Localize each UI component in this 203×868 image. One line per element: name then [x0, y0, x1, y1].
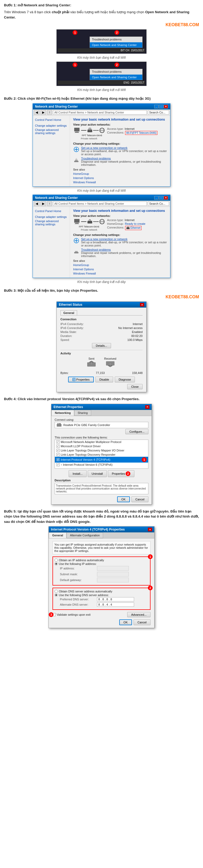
uninstall-btn[interactable]: Uninstall: [88, 470, 107, 477]
tab-general-ipv4[interactable]: General: [49, 532, 67, 538]
firewall-link-2[interactable]: Windows Firewall: [73, 271, 167, 276]
tab-alt-config[interactable]: Alternate Configuration: [67, 532, 103, 538]
ethernet-connection-link[interactable]: Ethernet: [125, 226, 142, 230]
search-box-2[interactable]: Search Co...: [148, 202, 169, 206]
annotation-2b: 2: [115, 62, 119, 67]
prop-properties-btn[interactable]: Properties 2: [108, 470, 134, 477]
alternate-dns-input[interactable]: 8 . 8 . 4 . 4: [97, 602, 134, 607]
up-btn-1[interactable]: ↑: [47, 110, 52, 115]
preferred-dns-input[interactable]: 8 . 8 . 8 . 8: [97, 597, 134, 601]
prop-ok-btn[interactable]: OK: [117, 496, 130, 502]
tab-general[interactable]: General: [60, 310, 77, 315]
ipv4-ok-btn[interactable]: OK: [119, 619, 132, 625]
subnet-input[interactable]: [97, 572, 129, 577]
list-item-5[interactable]: ↑ Internet Protocol Version 6 (TCP/IPv6): [55, 463, 148, 467]
homegroup-link[interactable]: HomeGroup: [73, 172, 167, 176]
forward-btn-1[interactable]: ▶: [41, 110, 46, 115]
checkbox-5[interactable]: [56, 463, 60, 466]
sidebar-adapter-2[interactable]: Change adapter settings: [35, 215, 68, 219]
checkbox-0[interactable]: [56, 440, 60, 443]
menu-item-open-network-2[interactable]: Open Network and Sharing Center: [90, 74, 142, 80]
maximize-btn-1[interactable]: □: [159, 105, 163, 108]
internet-options-link[interactable]: Internet Options: [73, 176, 167, 180]
list-item-0[interactable]: Microsoft Network Adapter Multiplexor Pr…: [55, 440, 148, 444]
net-name-2: FPT Telecom-04A6: [79, 225, 99, 228]
homegroup-link-2[interactable]: HomeGroup: [73, 263, 167, 267]
maximize-btn-2[interactable]: □: [159, 196, 163, 200]
minimize-btn-1[interactable]: _: [154, 105, 158, 108]
close-btn-2[interactable]: ✕: [164, 196, 168, 200]
close-btn-1[interactable]: ✕: [164, 105, 168, 108]
win-main-2: View your basic network information and …: [70, 207, 170, 278]
radio-auto-dns[interactable]: Obtain DNS server address automatically: [55, 590, 148, 593]
back-btn-2[interactable]: ◀: [34, 201, 40, 206]
change-net-label: Change your networking settings:: [73, 142, 167, 145]
sidebar-advanced-2[interactable]: Change advanced sharing settings: [35, 219, 68, 226]
radio-manual-ip[interactable]: Use the following IP address:: [55, 562, 148, 565]
speed-row: Speed: 100.0 Mbps: [60, 338, 143, 341]
firewall-link[interactable]: Windows Firewall: [73, 180, 167, 184]
menu-item-troubleshoot-2[interactable]: Troubleshoot problems: [90, 69, 142, 74]
back-btn-1[interactable]: ◀: [34, 110, 40, 115]
taskbar-date-2: 15/01/2017: [131, 81, 144, 84]
sidebar-adapter[interactable]: Change adapter settings: [35, 124, 68, 128]
radio-auto-ip-dot[interactable]: [55, 559, 58, 562]
up-btn-2[interactable]: ↑: [47, 201, 52, 206]
details-btn[interactable]: Details...: [92, 343, 111, 348]
internet-globe-icon-2: [99, 219, 105, 224]
wifi-connection-link[interactable]: Wi-Fi(FPT Telecom-0446): [125, 131, 157, 135]
checkbox-1[interactable]: [56, 444, 60, 448]
annotation-5-1: 1: [148, 554, 153, 559]
diagnose-btn[interactable]: Diagnose: [115, 377, 135, 382]
sidebar-control-panel-2[interactable]: Control Panel Home: [35, 209, 68, 213]
radio-manual-dns-dot[interactable]: [55, 593, 58, 597]
troubleshoot-item-2: Troubleshoot problems Diagnose and repai…: [73, 248, 167, 257]
status-close-btn[interactable]: ✕: [140, 303, 144, 307]
prop-cancel-btn[interactable]: Cancel: [131, 496, 148, 502]
setup-link-2[interactable]: Set up a new connection or network: [81, 238, 167, 241]
menu-item-open-network[interactable]: Open Network and Sharing Center: [90, 42, 142, 48]
list-item-1[interactable]: Microsoft LLDP Protocol Driver: [55, 444, 148, 448]
install-btn[interactable]: Install...: [69, 470, 87, 477]
computer-icon: [73, 127, 81, 133]
alternate-dns-value: 8 . 8 . 4 . 4: [98, 603, 112, 606]
radio-manual-ip-dot[interactable]: [55, 562, 58, 565]
advanced-btn[interactable]: Advanced...: [127, 612, 151, 617]
svg-rect-27: [129, 227, 129, 227]
radio-auto-ip[interactable]: Obtain an IP address automatically: [55, 559, 148, 562]
radio-auto-dns-dot[interactable]: [55, 590, 58, 593]
gateway-input[interactable]: [97, 578, 129, 582]
received-icon: [104, 360, 116, 369]
tab-networking[interactable]: Networking: [51, 410, 74, 416]
checkbox-4[interactable]: [56, 458, 60, 461]
duration-row: Duration: 00:02:20: [60, 334, 143, 338]
ipv4-close-btn[interactable]: ✕: [148, 528, 152, 531]
minimize-btn-2[interactable]: _: [154, 196, 158, 200]
close-btn-status[interactable]: Close: [127, 384, 143, 389]
disable-btn[interactable]: Disable: [95, 377, 113, 382]
forward-btn-2[interactable]: ▶: [41, 201, 46, 206]
tab-sharing[interactable]: Sharing: [74, 410, 91, 416]
sidebar-control-panel[interactable]: Control Panel Home: [35, 118, 68, 122]
search-box-1[interactable]: Search Co...: [148, 110, 169, 115]
troubleshoot-link[interactable]: Troubleshoot problems: [81, 157, 167, 160]
checkbox-2[interactable]: [56, 449, 60, 452]
list-item-2[interactable]: Link-Layer Topology Discovery Mapper I/O…: [55, 448, 148, 453]
ip-input[interactable]: [97, 566, 129, 571]
list-item-4[interactable]: Internet Protocol Version 4 (TCP/IPv4) 1: [55, 457, 148, 463]
menu-item-troubleshoot[interactable]: Troubleshoot problems: [90, 37, 142, 42]
list-item-3[interactable]: Link-Layer Topology Discovery Responder: [55, 453, 148, 457]
description-text: Transmission Control Protocol/Internet P…: [55, 483, 148, 494]
checkbox-3[interactable]: [56, 453, 60, 456]
setup-link[interactable]: Set up a new connection or network: [81, 146, 167, 149]
radio-manual-dns[interactable]: Use the following DNS server address:: [55, 593, 148, 597]
keobet-logo-3: KEOBET88.COM: [4, 294, 199, 299]
configure-btn[interactable]: Configure...: [125, 429, 148, 434]
active-networks-label-2: View your active networks:: [73, 214, 167, 217]
properties-btn[interactable]: Properties: [68, 377, 94, 382]
troubleshoot-link-2[interactable]: Troubleshoot problems: [81, 248, 167, 251]
ipv4-cancel-btn[interactable]: Cancel: [133, 619, 151, 625]
internet-options-link-2[interactable]: Internet Options: [73, 267, 167, 271]
prop-close-btn[interactable]: ✕: [145, 405, 150, 409]
sidebar-advanced[interactable]: Change advanced sharing settings: [35, 128, 68, 135]
